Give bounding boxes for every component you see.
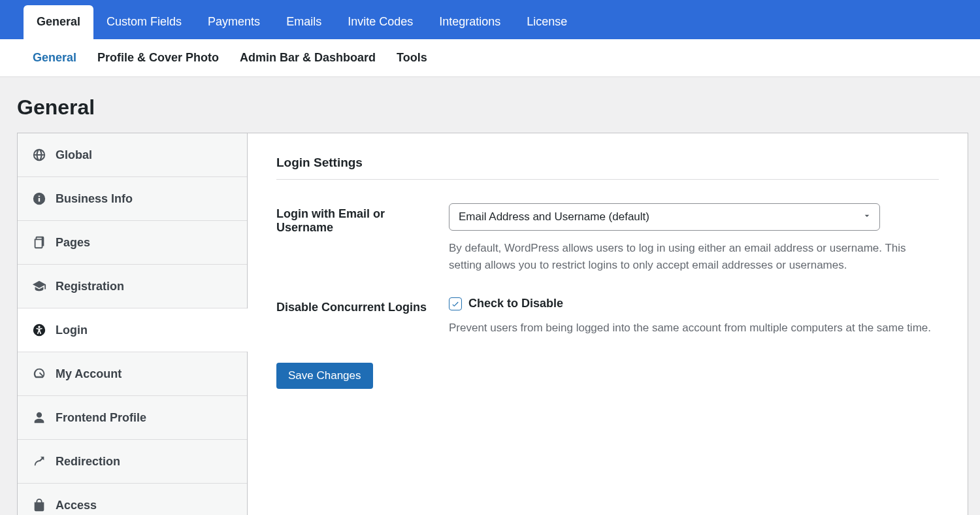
tab-license[interactable]: License <box>514 5 580 39</box>
globe-icon <box>32 148 46 162</box>
sidebar-item-label: Pages <box>56 236 90 250</box>
field-disable-concurrent: Disable Concurrent Logins Check to Disab… <box>276 297 939 337</box>
tab-custom-fields[interactable]: Custom Fields <box>93 5 195 39</box>
subtab-profile-cover[interactable]: Profile & Cover Photo <box>97 51 231 65</box>
page-title: General <box>0 77 980 133</box>
primary-tabs: General Custom Fields Payments Emails In… <box>0 0 980 39</box>
sidebar-item-business-info[interactable]: Business Info <box>18 177 247 221</box>
pages-icon <box>32 235 46 250</box>
login-method-select[interactable]: Email Address and Username (default) <box>449 203 880 231</box>
subtab-tools[interactable]: Tools <box>397 51 439 65</box>
graduation-icon <box>32 279 46 293</box>
field-description: By default, WordPress allows users to lo… <box>449 240 932 273</box>
sidebar-item-pages[interactable]: Pages <box>18 221 247 265</box>
checkbox-label: Check to Disable <box>468 297 563 310</box>
bag-icon <box>32 498 46 512</box>
settings-sidebar: Global Business Info Pages Registration … <box>18 133 248 515</box>
sidebar-item-label: My Account <box>56 367 122 381</box>
tab-integrations[interactable]: Integrations <box>426 5 514 39</box>
section-title: Login Settings <box>276 156 939 180</box>
accessibility-icon <box>32 323 46 337</box>
dashboard-icon <box>32 367 46 381</box>
sidebar-item-frontend-profile[interactable]: Frontend Profile <box>18 396 247 440</box>
secondary-tabs: General Profile & Cover Photo Admin Bar … <box>0 39 980 77</box>
info-icon <box>32 191 46 206</box>
field-description: Prevent users from being logged into the… <box>449 320 932 337</box>
field-label: Disable Concurrent Logins <box>276 297 433 337</box>
user-icon <box>32 410 46 425</box>
field-label: Login with Email or Username <box>276 203 433 273</box>
sidebar-item-label: Business Info <box>56 192 133 206</box>
redirect-icon <box>32 454 46 469</box>
tab-general[interactable]: General <box>24 5 93 39</box>
sidebar-item-label: Login <box>56 324 88 337</box>
sidebar-item-my-account[interactable]: My Account <box>18 352 247 396</box>
sidebar-item-label: Registration <box>56 280 124 293</box>
tab-emails[interactable]: Emails <box>273 5 335 39</box>
sidebar-item-redirection[interactable]: Redirection <box>18 440 247 484</box>
settings-content: Login Settings Login with Email or Usern… <box>248 133 968 515</box>
sidebar-item-registration[interactable]: Registration <box>18 265 247 308</box>
disable-concurrent-checkbox[interactable] <box>449 297 462 310</box>
sidebar-item-label: Redirection <box>56 455 120 469</box>
subtab-admin-bar[interactable]: Admin Bar & Dashboard <box>240 51 387 65</box>
tab-payments[interactable]: Payments <box>195 5 273 39</box>
tab-invite-codes[interactable]: Invite Codes <box>335 5 426 39</box>
save-changes-button[interactable]: Save Changes <box>276 363 373 389</box>
sidebar-item-login[interactable]: Login <box>18 308 247 352</box>
field-login-method: Login with Email or Username Email Addre… <box>276 203 939 273</box>
subtab-general[interactable]: General <box>24 51 88 65</box>
sidebar-item-label: Access <box>56 499 97 512</box>
sidebar-item-global[interactable]: Global <box>18 133 247 177</box>
sidebar-item-access[interactable]: Access <box>18 484 247 515</box>
check-icon <box>451 299 460 308</box>
settings-panel: Global Business Info Pages Registration … <box>17 133 968 515</box>
sidebar-item-label: Frontend Profile <box>56 411 146 425</box>
sidebar-item-label: Global <box>56 148 92 162</box>
